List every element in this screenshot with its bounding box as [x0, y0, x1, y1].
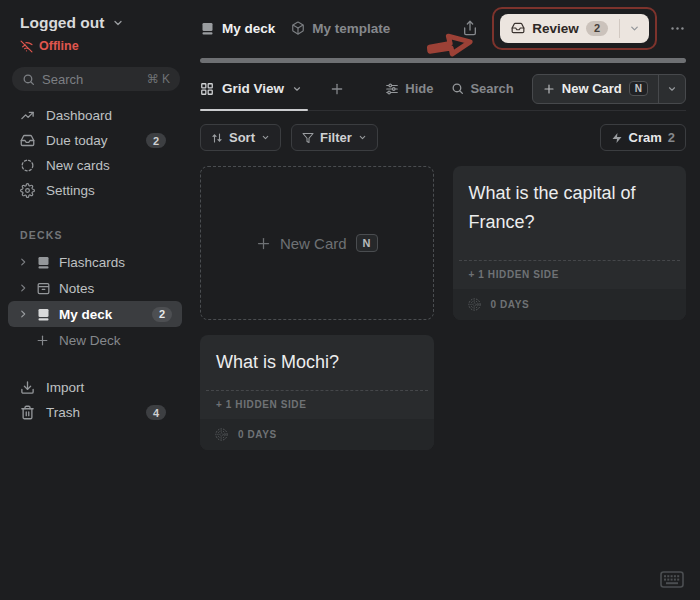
grid-icon: [200, 82, 214, 96]
add-view-button[interactable]: [330, 82, 344, 96]
red-arrow-annotation: [422, 21, 477, 62]
toolbar-right: Hide Search New Card N: [385, 74, 686, 104]
card-capital-of-france[interactable]: What is the capital of France? + 1 HIDDE…: [453, 166, 687, 320]
trending-up-icon: [20, 108, 35, 123]
main-panel: My deck My template Review 2: [190, 0, 700, 600]
sliders-icon: [385, 82, 399, 96]
sidebar-item-new-cards[interactable]: New cards: [8, 153, 182, 178]
deck-item-flashcards[interactable]: Flashcards: [8, 249, 182, 275]
sidebar-item-settings[interactable]: Settings: [8, 178, 182, 203]
placeholder-label: New Card: [280, 235, 347, 252]
sidebar-item-label: Trash: [46, 405, 80, 420]
gear-icon: [20, 183, 35, 198]
hidden-side-label: + 1 HIDDEN SIDE: [453, 261, 687, 289]
deck-icon: [36, 255, 51, 270]
grid-view-selector[interactable]: Grid View: [200, 67, 308, 110]
sidebar-item-label: Dashboard: [46, 108, 112, 123]
sort-label: Sort: [229, 130, 255, 145]
sort-button[interactable]: Sort: [200, 124, 281, 151]
offline-status: Offline: [0, 32, 190, 53]
search-icon: [451, 82, 464, 95]
account-menu[interactable]: Logged out: [0, 14, 190, 32]
chevron-down-icon: [112, 17, 124, 29]
wifi-off-icon: [20, 40, 33, 53]
review-annotation-box: Review 2: [492, 7, 657, 50]
chevron-right-icon[interactable]: [18, 283, 28, 293]
card-footer: 0 DAYS: [200, 419, 434, 450]
tab-my-deck[interactable]: My deck: [200, 21, 275, 36]
filter-button[interactable]: Filter: [291, 124, 378, 151]
card-title: What is Mochi?: [200, 335, 434, 390]
review-dropdown-button[interactable]: [620, 14, 649, 43]
hidden-side-label: + 1 HIDDEN SIDE: [200, 391, 434, 419]
card-what-is-mochi[interactable]: What is Mochi? + 1 HIDDEN SIDE 0 DAYS: [200, 335, 434, 450]
deck-item-notes[interactable]: Notes: [8, 275, 182, 301]
tab-label: My template: [312, 21, 390, 36]
search-input[interactable]: [42, 72, 140, 87]
sidebar-item-due-today[interactable]: Due today 2: [8, 128, 182, 153]
search-cards-label: Search: [470, 81, 513, 96]
account-label: Logged out: [20, 14, 104, 32]
review-label: Review: [532, 21, 579, 36]
sidebar: Logged out Offline ⌘ K Dashboard Due tod…: [0, 0, 190, 600]
offline-label: Offline: [39, 39, 79, 53]
sort-arrows-icon: [211, 132, 223, 144]
decks-heading: DECKS: [20, 229, 190, 241]
cram-label: Cram: [629, 130, 662, 145]
deck-item-label: My deck: [59, 307, 112, 322]
new-card-button[interactable]: New Card N: [532, 74, 686, 104]
lightning-icon: [611, 132, 623, 144]
funnel-icon: [302, 132, 314, 144]
search-cards-button[interactable]: Search: [451, 81, 513, 96]
chevron-right-icon[interactable]: [18, 257, 28, 267]
keyboard-shortcuts-icon[interactable]: [660, 571, 684, 588]
view-label: Grid View: [222, 81, 284, 96]
header-actions: Review 2: [462, 7, 686, 50]
cards-grid: New Card N What is the capital of France…: [200, 166, 686, 450]
deck-item-my-deck[interactable]: My deck 2: [8, 301, 182, 327]
archive-icon: [36, 281, 51, 296]
new-deck-button[interactable]: New Deck: [8, 327, 182, 353]
deck-icon: [36, 307, 51, 322]
chevron-down-icon: [629, 23, 640, 34]
review-button[interactable]: Review 2: [500, 14, 649, 43]
search-box[interactable]: ⌘ K: [12, 67, 180, 91]
chevron-down-icon: [667, 84, 677, 94]
trash-badge: 4: [146, 405, 166, 420]
cube-icon: [291, 21, 305, 35]
deck-item-label: Notes: [59, 281, 94, 296]
deck-icon: [200, 21, 215, 36]
new-card-label: New Card: [562, 81, 622, 96]
new-card-placeholder[interactable]: New Card N: [200, 166, 434, 320]
hide-button[interactable]: Hide: [385, 81, 433, 96]
sidebar-item-import[interactable]: Import: [8, 375, 182, 400]
chevron-right-icon[interactable]: [18, 309, 28, 319]
tab-my-template[interactable]: My template: [291, 21, 390, 36]
days-label: 0 DAYS: [491, 299, 530, 310]
sidebar-item-label: Import: [46, 380, 84, 395]
new-card-dropdown-button[interactable]: [659, 75, 685, 103]
sidebar-item-trash[interactable]: Trash 4: [8, 400, 182, 425]
search-icon: [22, 73, 35, 86]
filter-label: Filter: [320, 130, 352, 145]
my-deck-badge: 2: [152, 307, 172, 322]
card-title: What is the capital of France?: [453, 166, 687, 260]
plus-icon: [36, 334, 49, 347]
placeholder-shortcut: N: [356, 234, 378, 252]
sidebar-item-label: New cards: [46, 158, 110, 173]
cram-button[interactable]: Cram 2: [600, 124, 686, 151]
new-deck-label: New Deck: [59, 333, 121, 348]
hide-label: Hide: [405, 81, 433, 96]
sidebar-bottom-nav: Import Trash 4: [0, 375, 190, 425]
tab-label: My deck: [222, 21, 275, 36]
review-button-main[interactable]: Review 2: [500, 14, 619, 43]
decks-list: Flashcards Notes My deck 2: [0, 249, 190, 353]
more-options-button[interactable]: [669, 20, 686, 37]
trash-icon: [20, 405, 35, 420]
sidebar-item-dashboard[interactable]: Dashboard: [8, 103, 182, 128]
new-card-button-main[interactable]: New Card N: [533, 75, 658, 103]
dashed-circle-icon: [20, 158, 35, 173]
sidebar-item-label: Due today: [46, 133, 108, 148]
view-toolbar: Grid View Hide Search: [200, 67, 686, 111]
sidebar-nav: Dashboard Due today 2 New cards Settings: [0, 103, 190, 203]
